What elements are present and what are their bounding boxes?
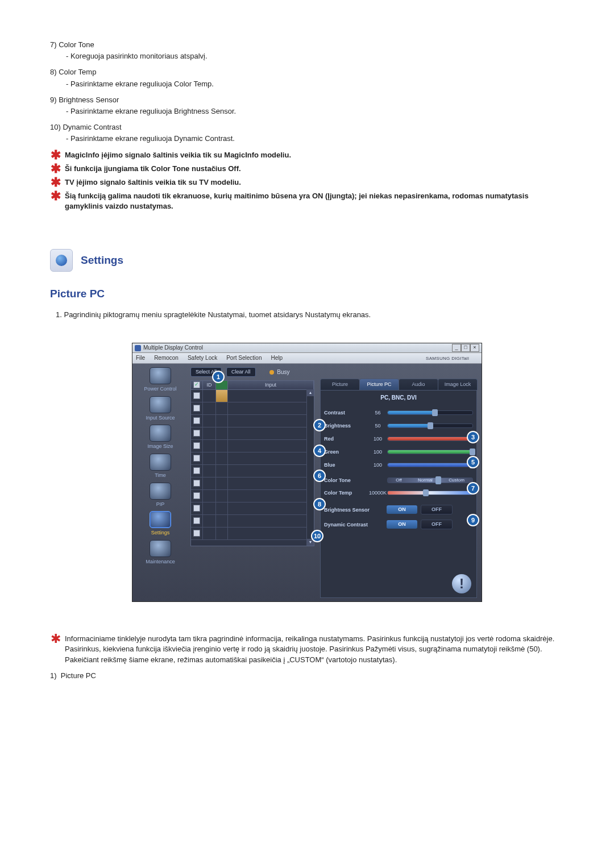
val-contrast: 56 — [368, 409, 387, 417]
brightness-sensor-off[interactable]: OFF — [421, 505, 453, 514]
label-brightness: Brightness — [324, 422, 368, 430]
row-checkbox[interactable] — [193, 467, 200, 474]
table-row[interactable] — [191, 402, 314, 415]
scroll-up-icon[interactable]: ▴ — [307, 389, 314, 396]
slider-color-temp[interactable] — [387, 491, 473, 495]
info-icon[interactable]: ! — [452, 574, 471, 593]
sidebar-icon — [150, 483, 171, 500]
clear-all-button[interactable]: Clear All — [226, 367, 256, 377]
label-dynamic-contrast: Dynamic Contrast — [324, 521, 383, 529]
window-title: Multiple Display Control — [143, 344, 452, 352]
row-checkbox[interactable] — [193, 405, 200, 412]
slider-contrast[interactable] — [387, 410, 473, 415]
sidebar-item-settings[interactable]: Settings — [150, 511, 171, 537]
sidebar-item-maintenance[interactable]: Maintenance — [146, 540, 175, 566]
star-icon: ✱ — [50, 178, 61, 186]
sidebar-item-pip[interactable]: PIP — [150, 483, 171, 508]
table-row[interactable] — [191, 515, 314, 528]
val-blue: 100 — [368, 462, 387, 469]
color-tone-selector[interactable]: Off Normal Custom — [387, 477, 473, 483]
label-color-tone: Color Tone — [324, 477, 368, 484]
sidebar-icon — [150, 540, 171, 557]
row-checkbox[interactable] — [193, 455, 200, 462]
menu-safety-lock[interactable]: Safety Lock — [188, 354, 217, 362]
star-icon: ✱ — [50, 635, 61, 643]
table-row[interactable] — [191, 452, 314, 465]
table-row[interactable] — [191, 502, 314, 515]
maximize-icon[interactable]: □ — [461, 344, 470, 352]
menu-remocon[interactable]: Remocon — [154, 354, 179, 362]
minimize-icon[interactable]: _ — [452, 344, 461, 352]
list-item-head: 7) Color Tone — [50, 40, 564, 50]
note-text: TV įėjimo signalo šaltinis veikia tik su… — [65, 177, 564, 188]
menu-bar: File Remocon Safety Lock Port Selection … — [132, 353, 482, 364]
row-checkbox[interactable] — [193, 417, 200, 424]
sidebar-icon — [150, 396, 171, 413]
table-row[interactable] — [191, 427, 314, 440]
val-color-temp: 10000K — [368, 489, 387, 497]
menu-help[interactable]: Help — [271, 354, 283, 362]
brightness-sensor-on[interactable]: ON — [387, 505, 417, 514]
label-contrast: Contrast — [324, 409, 368, 417]
slider-brightness[interactable] — [387, 423, 473, 428]
table-row[interactable] — [191, 440, 314, 452]
table-row[interactable] — [191, 415, 314, 427]
table-row[interactable] — [191, 490, 314, 502]
settings-section-title: Settings — [81, 253, 123, 268]
val-green: 100 — [368, 448, 387, 456]
row-checkbox[interactable] — [193, 442, 200, 449]
panel-subtitle: PC, BNC, DVI — [324, 394, 473, 402]
row-checkbox[interactable] — [193, 480, 200, 487]
dynamic-contrast-off[interactable]: OFF — [421, 520, 453, 529]
row-checkbox[interactable] — [193, 430, 200, 437]
slider-red[interactable] — [387, 437, 473, 441]
sidebar-label: Power Control — [144, 385, 176, 393]
sidebar-label: PIP — [150, 501, 171, 508]
close-icon[interactable]: × — [470, 344, 479, 352]
list-item-desc: - Pasirinktame ekrane reguliuoja Dynamic… — [66, 134, 564, 144]
val-brightness: 50 — [368, 422, 387, 430]
tab-picture-pc[interactable]: Picture PC — [359, 379, 399, 390]
header-checkbox[interactable] — [193, 381, 200, 388]
slider-blue[interactable] — [387, 463, 473, 467]
row-checkbox[interactable] — [193, 505, 200, 512]
mdc-window: Multiple Display Control _ □ × File Remo… — [132, 343, 482, 602]
star-icon: ✱ — [50, 165, 61, 173]
menu-port-selection[interactable]: Port Selection — [226, 354, 262, 362]
tab-audio[interactable]: Audio — [399, 379, 438, 390]
bottom-item-title: Picture PC — [61, 671, 96, 680]
grid-scrollbar[interactable]: ▴ ▾ — [306, 389, 314, 546]
busy-label: Busy — [277, 369, 289, 375]
busy-indicator-icon — [269, 370, 274, 375]
menu-file[interactable]: File — [136, 354, 145, 362]
tab-image-lock[interactable]: Image Lock — [438, 379, 478, 390]
label-green: Green — [324, 448, 368, 456]
brand-logo: SAMSUNG DIGITall — [426, 355, 469, 362]
sidebar-icon — [150, 425, 171, 442]
table-row[interactable] — [191, 477, 314, 490]
row-checkbox[interactable] — [193, 492, 200, 499]
table-row[interactable] — [191, 528, 314, 540]
col-id: ID — [203, 381, 216, 389]
table-row[interactable] — [191, 465, 314, 477]
row-checkbox[interactable] — [193, 517, 200, 524]
sidebar-label: Settings — [150, 529, 171, 537]
dynamic-contrast-on[interactable]: ON — [387, 520, 417, 529]
row-checkbox[interactable] — [193, 392, 200, 399]
bottom-item-num: 1) — [50, 671, 57, 680]
row-checkbox[interactable] — [193, 530, 200, 537]
star-icon: ✱ — [50, 151, 61, 159]
sidebar-label: Maintenance — [146, 558, 175, 566]
tab-picture[interactable]: Picture — [320, 379, 360, 390]
sidebar-item-image-size[interactable]: Image Size — [147, 425, 173, 450]
sidebar-item-time[interactable]: Time — [150, 454, 171, 479]
slider-green[interactable] — [387, 450, 473, 454]
sidebar-item-power-control[interactable]: Power Control — [144, 367, 176, 393]
label-color-temp: Color Temp — [324, 489, 368, 497]
table-row[interactable] — [191, 390, 314, 402]
list-item-head: 8) Color Temp — [50, 67, 564, 77]
list-item-head: 9) Brightness Sensor — [50, 95, 564, 105]
subsection-title: Picture PC — [50, 286, 564, 302]
list-item-desc: - Pasirinktame ekrane reguliuoja Color T… — [66, 79, 564, 89]
sidebar-item-input-source[interactable]: Input Source — [146, 396, 175, 422]
